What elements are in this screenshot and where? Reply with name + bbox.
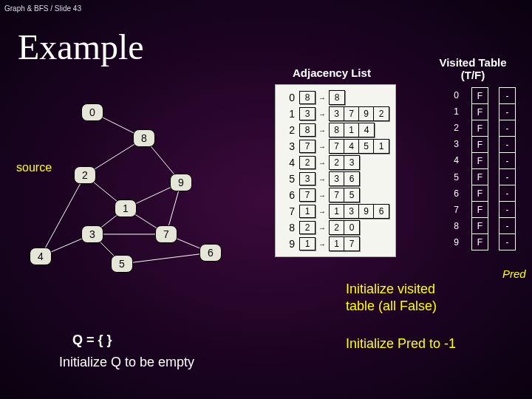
init-queue-text: Initialize Q to be empty [59,355,194,370]
source-label: source [16,161,52,174]
adj-row-2: 28→814 [282,122,389,138]
svg-line-10 [122,253,211,264]
adj-row-6: 67→75 [282,187,389,203]
graph-node-7: 7 [155,225,177,243]
adj-row-3: 37→7451 [282,138,389,154]
graph-node-1: 1 [115,200,137,217]
adj-row-8: 82→20 [282,219,389,236]
queue-equation: Q = { } [72,332,112,348]
visited-column: FFFFFFFFFF [471,87,488,250]
adj-row-4: 42→23 [282,154,389,171]
graph-node-4: 4 [30,248,52,265]
svg-line-4 [41,175,85,256]
adj-row-5: 53→36 [282,171,389,187]
adj-row-0: 08→8 [282,89,389,106]
pred-column: ---------- [499,87,516,250]
graph-node-3: 3 [81,225,103,243]
graph-edges [15,96,273,281]
queue-eq-text: Q = { } [72,332,112,347]
graph-node-2: 2 [74,166,96,184]
adj-row-1: 13→3792 [282,106,389,122]
adj-row-9: 91→17 [282,236,389,252]
graph-node-0: 0 [81,103,103,121]
graph-node-9: 9 [170,174,192,191]
graph-node-8: 8 [133,129,155,147]
adjacency-list: 08→813→379228→81437→745142→2353→3667→757… [275,84,396,257]
graph-node-5: 5 [111,255,133,273]
init-pred-text: Initialize Pred to -1 [346,336,456,352]
visited-table-label: Visited Table (T/F) [429,56,517,82]
graph-node-6: 6 [200,244,222,262]
pred-label: Pred [502,267,526,280]
adjacency-list-label: Adjacency List [293,66,371,79]
page-title: Example [18,27,144,67]
init-visited-text: Initialize visitedtable (all False) [346,281,437,314]
index-column: 0123456789 [451,87,461,250]
slide-path: Graph & BFS / Slide 43 [4,4,81,13]
visited-pred-tables: 0123456789 FFFFFFFFFF ---------- [451,87,516,250]
graph-diagram: 0829137456 source [15,96,273,281]
adj-row-7: 71→1396 [282,203,389,219]
